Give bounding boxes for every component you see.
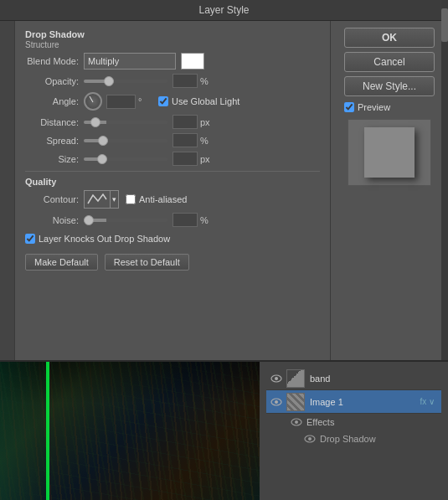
opacity-unit: % — [200, 76, 214, 86]
contour-dropdown-button[interactable]: ▾ — [111, 190, 119, 209]
distance-row: Distance: 9 px — [25, 115, 320, 129]
size-slider[interactable] — [84, 157, 167, 161]
bottom-panel: band Image 1 fx ∨ Effects — [0, 360, 448, 500]
spread-label: Spread: — [25, 136, 84, 146]
angle-label: Angle: — [25, 96, 84, 106]
cancel-button[interactable]: Cancel — [344, 52, 435, 72]
bottom-image-area — [0, 362, 260, 500]
reset-to-default-button[interactable]: Reset to Default — [105, 254, 189, 271]
size-slider-container: 18 px — [84, 152, 214, 166]
scrollbar-thumb[interactable] — [441, 8, 448, 42]
contour-label: Contour: — [25, 194, 84, 204]
angle-unit: ° — [138, 96, 152, 106]
distance-slider-container: 9 px — [84, 115, 214, 129]
spread-row: Spread: 19 % — [25, 133, 320, 147]
title-bar: Layer Style — [0, 0, 448, 21]
blend-mode-label: Blend Mode: — [25, 56, 84, 66]
distance-slider[interactable] — [84, 121, 167, 124]
effects-label: Effects — [306, 417, 334, 427]
noise-slider[interactable] — [84, 219, 167, 222]
band-eye-icon[interactable] — [270, 372, 283, 385]
layer-knocks-out-checkbox[interactable] — [25, 234, 35, 244]
drop-shadow-label: Drop Shadow — [320, 434, 376, 444]
opacity-label: Opacity: — [25, 76, 84, 86]
opacity-slider[interactable] — [84, 80, 167, 83]
image1-layer-row[interactable]: Image 1 fx ∨ — [266, 390, 441, 414]
preview-check-row: Preview — [344, 102, 435, 112]
color-swatch[interactable] — [181, 53, 204, 70]
bottom-image — [0, 362, 260, 500]
preview-box — [348, 119, 431, 186]
drop-shadow-eye-icon[interactable] — [303, 432, 317, 446]
blend-mode-select[interactable]: Multiply — [84, 53, 176, 70]
dialog-body: Drop Shadow Structure Blend Mode: Multip… — [0, 21, 448, 381]
band-layer-name: band — [310, 374, 438, 384]
band-thumbnail — [286, 369, 305, 388]
distance-value[interactable]: 9 — [173, 115, 198, 129]
right-panel: OK Cancel New Style... Preview — [331, 21, 448, 381]
preview-inner — [364, 127, 415, 178]
quality-title: Quality — [25, 177, 320, 187]
layer-row[interactable]: band — [266, 367, 441, 390]
noise-slider-container: 0 % — [84, 213, 214, 227]
scrollbar-track[interactable] — [441, 0, 448, 360]
drop-shadow-title: Drop Shadow Structure — [25, 29, 320, 49]
noise-label: Noise: — [25, 215, 84, 225]
anti-aliased-container: Anti-aliased — [126, 194, 187, 204]
effects-row: Effects — [266, 414, 441, 430]
anti-aliased-checkbox[interactable] — [126, 194, 136, 204]
contour-preview[interactable] — [84, 190, 111, 209]
blend-mode-row: Blend Mode: Multiply — [25, 53, 320, 70]
distance-unit: px — [200, 117, 214, 127]
make-default-button[interactable]: Make Default — [25, 254, 98, 271]
spread-unit: % — [200, 136, 214, 146]
use-global-light-label: Use Global Light — [172, 96, 239, 106]
preview-label: Preview — [358, 102, 390, 112]
layer-knocks-out-label: Layer Knocks Out Drop Shadow — [39, 234, 170, 244]
dialog-title: Layer Style — [198, 4, 249, 16]
size-label: Size: — [25, 154, 84, 164]
image1-eye-icon[interactable] — [270, 395, 283, 409]
contour-control: ▾ Anti-aliased — [84, 190, 187, 209]
new-style-button[interactable]: New Style... — [344, 76, 435, 96]
angle-container: 120 ° Use Global Light — [84, 92, 239, 111]
noise-value[interactable]: 0 — [173, 213, 198, 227]
left-panel — [0, 21, 15, 381]
angle-value[interactable]: 120 — [106, 95, 136, 109]
image1-layer-name: Image 1 — [310, 397, 420, 407]
knock-out-row: Layer Knocks Out Drop Shadow — [25, 234, 320, 244]
action-buttons: Make Default Reset to Default — [25, 254, 320, 271]
opacity-value[interactable]: 27 — [173, 74, 198, 88]
global-light-container: Use Global Light — [158, 96, 239, 106]
noise-unit: % — [200, 215, 214, 225]
distance-label: Distance: — [25, 117, 84, 127]
image1-thumbnail — [286, 393, 305, 411]
size-row: Size: 18 px — [25, 152, 320, 166]
angle-dial[interactable] — [84, 92, 102, 111]
svg-point-1 — [275, 377, 278, 380]
angle-row: Angle: 120 ° Use Global Light — [25, 92, 320, 111]
size-unit: px — [200, 154, 214, 164]
use-global-light-checkbox[interactable] — [158, 96, 168, 106]
layers-panel: band Image 1 fx ∨ Effects — [260, 362, 448, 500]
anti-aliased-label: Anti-aliased — [139, 194, 187, 204]
drop-shadow-row: Drop Shadow — [266, 430, 441, 447]
center-panel: Drop Shadow Structure Blend Mode: Multip… — [15, 21, 331, 381]
quality-section: Quality Contour: ▾ Anti-aliased — [25, 171, 320, 227]
fx-badge: fx ∨ — [420, 397, 438, 406]
spread-slider[interactable] — [84, 139, 167, 142]
svg-point-7 — [308, 437, 312, 441]
ok-button[interactable]: OK — [344, 28, 435, 48]
spread-slider-container: 19 % — [84, 133, 214, 147]
svg-point-3 — [275, 400, 278, 404]
noise-row: Noise: 0 % — [25, 213, 320, 227]
size-value[interactable]: 18 — [173, 152, 198, 166]
svg-point-5 — [295, 420, 298, 424]
spread-value[interactable]: 19 — [173, 133, 198, 147]
preview-checkbox[interactable] — [344, 102, 354, 112]
opacity-slider-container: 27 % — [84, 74, 214, 88]
contour-row: Contour: ▾ Anti-aliased — [25, 190, 320, 209]
opacity-row: Opacity: 27 % — [25, 74, 320, 88]
effects-eye-icon[interactable] — [290, 415, 303, 429]
